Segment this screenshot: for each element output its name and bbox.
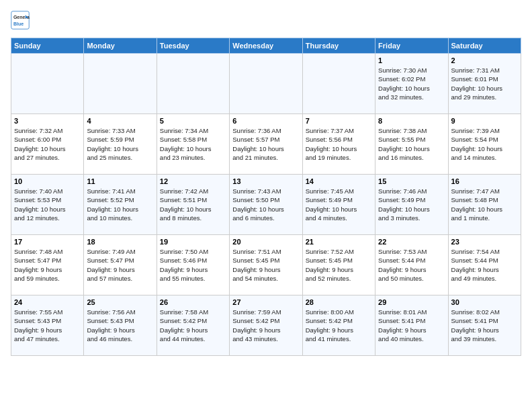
calendar-day: 20Sunrise: 7:51 AMSunset: 5:45 PMDayligh… (230, 235, 302, 295)
day-number: 30 (451, 298, 518, 306)
header-thursday: Thursday (302, 38, 375, 54)
svg-rect-0 (11, 11, 29, 29)
day-number: 9 (451, 117, 518, 125)
day-number: 28 (306, 298, 372, 306)
day-info: Sunrise: 7:56 AMSunset: 5:43 PMDaylight:… (87, 308, 153, 343)
header-wednesday: Wednesday (230, 38, 302, 54)
day-info: Sunrise: 7:46 AMSunset: 5:49 PMDaylight:… (378, 187, 445, 222)
calendar-day: 30Sunrise: 8:02 AMSunset: 5:41 PMDayligh… (448, 295, 521, 356)
calendar-day: 5Sunrise: 7:34 AMSunset: 5:58 PMDaylight… (157, 114, 229, 175)
day-info: Sunrise: 7:33 AMSunset: 5:59 PMDaylight:… (87, 126, 153, 162)
calendar-day (84, 54, 157, 114)
calendar-day: 18Sunrise: 7:49 AMSunset: 5:47 PMDayligh… (84, 235, 157, 295)
day-number: 23 (451, 238, 518, 246)
calendar-day: 22Sunrise: 7:53 AMSunset: 5:44 PMDayligh… (375, 235, 448, 295)
calendar-day: 1Sunrise: 7:30 AMSunset: 6:02 PMDaylight… (375, 54, 448, 114)
calendar-day (11, 54, 84, 114)
day-info: Sunrise: 7:37 AMSunset: 5:56 PMDaylight:… (306, 126, 372, 162)
day-number: 18 (87, 238, 153, 246)
calendar-day: 12Sunrise: 7:42 AMSunset: 5:51 PMDayligh… (157, 175, 229, 235)
logo-icon: General Blue (11, 11, 30, 30)
day-info: Sunrise: 7:48 AMSunset: 5:47 PMDaylight:… (14, 247, 81, 283)
day-number: 10 (14, 177, 81, 185)
page-header: General Blue (11, 11, 521, 30)
day-number: 14 (306, 177, 372, 185)
day-number: 16 (451, 177, 518, 185)
day-number: 2 (451, 56, 518, 64)
calendar-day: 3Sunrise: 7:32 AMSunset: 6:00 PMDaylight… (11, 114, 84, 175)
day-number: 22 (378, 238, 445, 246)
calendar-week-2: 3Sunrise: 7:32 AMSunset: 6:00 PMDaylight… (11, 114, 521, 175)
calendar-day: 11Sunrise: 7:41 AMSunset: 5:52 PMDayligh… (84, 175, 157, 235)
day-number: 7 (306, 117, 372, 125)
calendar-day: 17Sunrise: 7:48 AMSunset: 5:47 PMDayligh… (11, 235, 84, 295)
calendar-week-4: 17Sunrise: 7:48 AMSunset: 5:47 PMDayligh… (11, 235, 521, 295)
day-info: Sunrise: 7:47 AMSunset: 5:48 PMDaylight:… (451, 187, 518, 222)
day-number: 12 (160, 177, 226, 185)
calendar-day: 23Sunrise: 7:54 AMSunset: 5:44 PMDayligh… (448, 235, 521, 295)
day-number: 24 (14, 298, 81, 306)
day-number: 17 (14, 238, 81, 246)
day-info: Sunrise: 8:01 AMSunset: 5:41 PMDaylight:… (378, 308, 445, 343)
calendar-day: 4Sunrise: 7:33 AMSunset: 5:59 PMDaylight… (84, 114, 157, 175)
calendar-day: 28Sunrise: 8:00 AMSunset: 5:42 PMDayligh… (302, 295, 375, 356)
day-info: Sunrise: 7:42 AMSunset: 5:51 PMDaylight:… (160, 187, 226, 222)
calendar-day: 9Sunrise: 7:39 AMSunset: 5:54 PMDaylight… (448, 114, 521, 175)
day-info: Sunrise: 7:40 AMSunset: 5:53 PMDaylight:… (14, 187, 81, 222)
day-number: 29 (378, 298, 445, 306)
calendar-day: 26Sunrise: 7:58 AMSunset: 5:42 PMDayligh… (157, 295, 229, 356)
day-info: Sunrise: 7:39 AMSunset: 5:54 PMDaylight:… (451, 126, 518, 162)
logo: General Blue (11, 11, 32, 30)
day-info: Sunrise: 7:54 AMSunset: 5:44 PMDaylight:… (451, 247, 518, 283)
day-info: Sunrise: 7:32 AMSunset: 6:00 PMDaylight:… (14, 126, 81, 162)
day-number: 15 (378, 177, 445, 185)
calendar-day: 21Sunrise: 7:52 AMSunset: 5:45 PMDayligh… (302, 235, 375, 295)
day-info: Sunrise: 8:00 AMSunset: 5:42 PMDaylight:… (306, 308, 372, 343)
calendar-day: 14Sunrise: 7:45 AMSunset: 5:49 PMDayligh… (302, 175, 375, 235)
calendar-day: 8Sunrise: 7:38 AMSunset: 5:55 PMDaylight… (375, 114, 448, 175)
header-saturday: Saturday (448, 38, 521, 54)
calendar-table: SundayMondayTuesdayWednesdayThursdayFrid… (11, 38, 521, 356)
svg-text:Blue: Blue (13, 21, 24, 26)
day-info: Sunrise: 7:52 AMSunset: 5:45 PMDaylight:… (306, 247, 372, 283)
calendar-week-1: 1Sunrise: 7:30 AMSunset: 6:02 PMDaylight… (11, 54, 521, 114)
header-sunday: Sunday (11, 38, 84, 54)
day-info: Sunrise: 7:45 AMSunset: 5:49 PMDaylight:… (306, 187, 372, 222)
calendar-day (157, 54, 229, 114)
calendar-week-5: 24Sunrise: 7:55 AMSunset: 5:43 PMDayligh… (11, 295, 521, 356)
day-number: 8 (378, 117, 445, 125)
calendar-day: 2Sunrise: 7:31 AMSunset: 6:01 PMDaylight… (448, 54, 521, 114)
day-info: Sunrise: 8:02 AMSunset: 5:41 PMDaylight:… (451, 308, 518, 343)
header-friday: Friday (375, 38, 448, 54)
day-number: 25 (87, 298, 153, 306)
day-info: Sunrise: 7:55 AMSunset: 5:43 PMDaylight:… (14, 308, 81, 343)
day-info: Sunrise: 7:43 AMSunset: 5:50 PMDaylight:… (232, 187, 299, 222)
header-monday: Monday (84, 38, 157, 54)
calendar-day: 25Sunrise: 7:56 AMSunset: 5:43 PMDayligh… (84, 295, 157, 356)
day-number: 20 (232, 238, 299, 246)
day-number: 5 (160, 117, 226, 125)
calendar-day: 13Sunrise: 7:43 AMSunset: 5:50 PMDayligh… (230, 175, 302, 235)
day-info: Sunrise: 7:38 AMSunset: 5:55 PMDaylight:… (378, 126, 445, 162)
calendar-day: 27Sunrise: 7:59 AMSunset: 5:42 PMDayligh… (230, 295, 302, 356)
calendar-day: 10Sunrise: 7:40 AMSunset: 5:53 PMDayligh… (11, 175, 84, 235)
calendar-day (302, 54, 375, 114)
day-info: Sunrise: 7:41 AMSunset: 5:52 PMDaylight:… (87, 187, 153, 222)
day-number: 4 (87, 117, 153, 125)
calendar-week-3: 10Sunrise: 7:40 AMSunset: 5:53 PMDayligh… (11, 175, 521, 235)
calendar-day: 15Sunrise: 7:46 AMSunset: 5:49 PMDayligh… (375, 175, 448, 235)
calendar-day: 24Sunrise: 7:55 AMSunset: 5:43 PMDayligh… (11, 295, 84, 356)
day-number: 6 (232, 117, 299, 125)
header-tuesday: Tuesday (157, 38, 229, 54)
calendar-day: 16Sunrise: 7:47 AMSunset: 5:48 PMDayligh… (448, 175, 521, 235)
calendar-day (230, 54, 302, 114)
day-info: Sunrise: 7:59 AMSunset: 5:42 PMDaylight:… (232, 308, 299, 343)
calendar-day: 29Sunrise: 8:01 AMSunset: 5:41 PMDayligh… (375, 295, 448, 356)
day-info: Sunrise: 7:58 AMSunset: 5:42 PMDaylight:… (160, 308, 226, 343)
day-number: 21 (306, 238, 372, 246)
day-number: 11 (87, 177, 153, 185)
calendar-day: 19Sunrise: 7:50 AMSunset: 5:46 PMDayligh… (157, 235, 229, 295)
day-info: Sunrise: 7:30 AMSunset: 6:02 PMDaylight:… (378, 66, 445, 101)
day-info: Sunrise: 7:31 AMSunset: 6:01 PMDaylight:… (451, 66, 518, 101)
calendar-day: 7Sunrise: 7:37 AMSunset: 5:56 PMDaylight… (302, 114, 375, 175)
